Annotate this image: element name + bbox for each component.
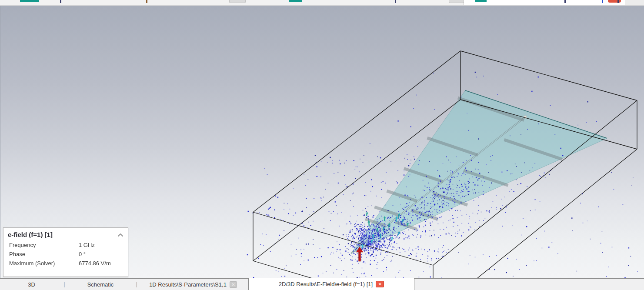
info-value: 0 °	[79, 250, 86, 259]
ribbon-fragment-speck	[602, 0, 603, 3]
ribbon-fragment-vline	[464, 0, 464, 5]
info-value: 1 GHz	[79, 240, 95, 250]
info-label: Frequency	[9, 240, 79, 250]
info-row-frequency: Frequency 1 GHz	[9, 240, 123, 250]
info-value: 6774.86 V/m	[79, 259, 111, 268]
ribbon-fragment-bar	[475, 0, 487, 2]
ribbon-fragment-speck	[146, 0, 147, 3]
info-row-phase: Phase 0 °	[9, 250, 123, 259]
ribbon-fragment-speck	[60, 0, 61, 3]
info-label: Maximum (Solver)	[9, 259, 79, 268]
view-tab-3d[interactable]: 3D	[0, 279, 63, 290]
view-tab-schematic[interactable]: Schematic	[66, 279, 135, 290]
ribbon-fragment-redblob[interactable]	[608, 0, 621, 3]
close-tab-icon[interactable]: ✕	[230, 281, 237, 288]
view-tab-2d3d-results[interactable]: 2D/3D Results\E-Field\e-field (f=1) [1] …	[248, 278, 414, 290]
info-row-maximum: Maximum (Solver) 6774.86 V/m	[9, 259, 123, 268]
ribbon-group-background	[464, 0, 625, 5]
ribbon-fragment-speck	[564, 0, 566, 3]
tab-label: 1D Results\S-Parameters\S1,1	[149, 281, 227, 288]
result-title: e-field (f=1) [1]	[8, 231, 53, 238]
ribbon-fragment-button[interactable]	[449, 0, 464, 3]
ribbon-fragment-speck	[395, 0, 396, 3]
tab-label: 3D	[28, 281, 35, 288]
ribbon-fragment-speck	[617, 0, 619, 3]
collapse-chevron-icon[interactable]	[117, 233, 123, 237]
ribbon-fragment-button[interactable]	[229, 0, 246, 3]
tab-label: Schematic	[87, 281, 114, 288]
ribbon-fragment-bar	[20, 0, 39, 2]
tab-label: 2D/3D Results\E-Field\e-field (f=1) [1]	[279, 281, 373, 287]
info-label: Phase	[9, 250, 79, 259]
view-tabbar: 3D | Schematic | 1D Results\S-Parameters…	[0, 278, 644, 290]
ribbon-fragment-bar	[289, 0, 302, 2]
view-tab-1d-results[interactable]: 1D Results\S-Parameters\S1,1 ✕	[138, 279, 248, 290]
ribbon-strip	[0, 0, 644, 5]
ribbon-right-background	[625, 0, 644, 5]
close-tab-icon[interactable]: ✕	[376, 281, 384, 287]
result-info-panel: e-field (f=1) [1] Frequency 1 GHz Phase …	[3, 227, 128, 277]
